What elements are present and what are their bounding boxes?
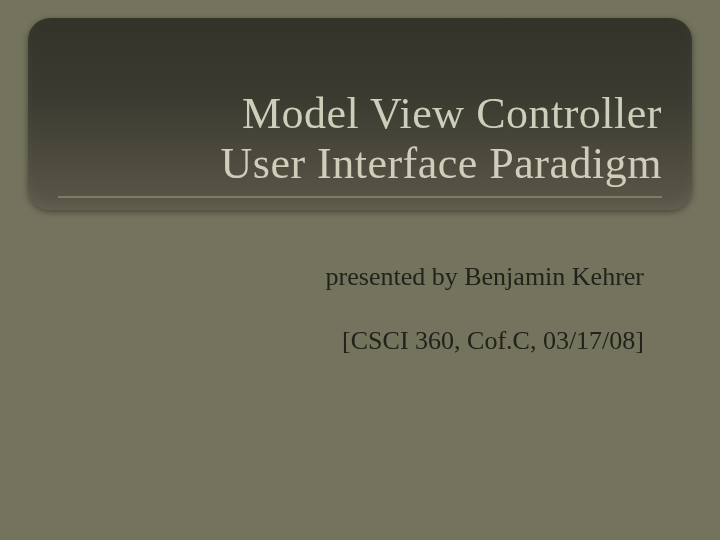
course-info-text: [CSCI 360, Cof.C, 03/17/08] bbox=[342, 326, 644, 356]
presenter-text: presented by Benjamin Kehrer bbox=[326, 262, 644, 292]
title-underline bbox=[58, 196, 662, 198]
title-line-2: User Interface Paradigm bbox=[220, 139, 662, 190]
title-panel: Model View Controller User Interface Par… bbox=[28, 18, 692, 210]
title-line-1: Model View Controller bbox=[242, 89, 662, 140]
